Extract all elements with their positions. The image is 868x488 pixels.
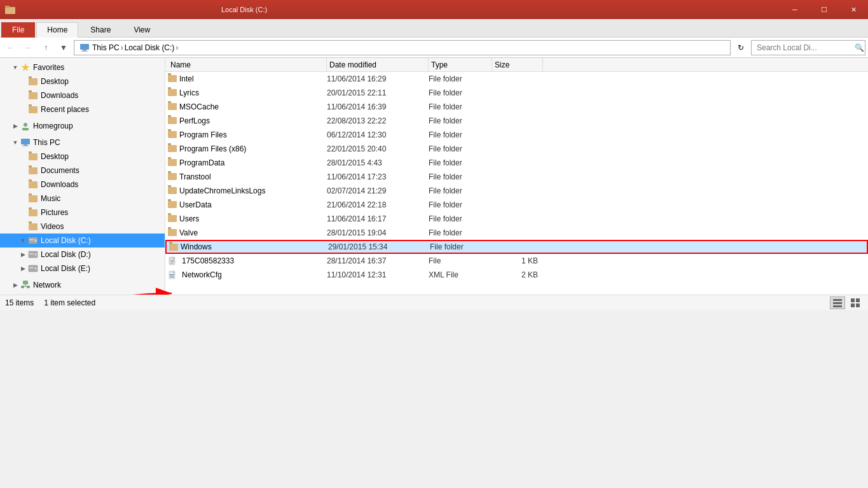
col-header-type[interactable]: Type — [429, 58, 492, 72]
sidebar-group-favorites[interactable]: ▼ Favorites — [0, 60, 165, 74]
table-row[interactable]: UpdateChromeLinksLogs 02/07/2014 21:29 F… — [165, 184, 868, 198]
pictures-pc-expand — [18, 207, 28, 218]
tab-file[interactable]: File — [1, 22, 35, 38]
sidebar-item-localdisk-c[interactable]: ▼ Local Disk (C:) — [0, 234, 165, 247]
back-button[interactable]: ← — [3, 40, 18, 55]
maximize-button[interactable]: ☐ — [809, 0, 839, 19]
path-arrow2: › — [176, 43, 178, 52]
svg-point-17 — [35, 268, 37, 270]
ribbon-tabs: File Home Share View — [0, 19, 868, 37]
sidebar-group-thispc[interactable]: ▼ This PC — [0, 136, 165, 150]
app-icon — [5, 4, 15, 15]
thispc-expand[interactable]: ▼ — [10, 137, 20, 148]
close-button[interactable]: ✕ — [839, 0, 868, 19]
table-row[interactable]: 175C08582333 28/11/2014 16:37 File 1 KB — [165, 254, 868, 268]
table-row[interactable]: Valve 28/01/2015 19:04 File folder — [165, 226, 868, 240]
tab-view[interactable]: View — [123, 22, 161, 38]
up-button[interactable]: ↑ — [38, 40, 53, 55]
svg-rect-4 — [81, 51, 88, 52]
forward-button[interactable]: → — [20, 40, 36, 55]
favorites-icon — [20, 62, 31, 73]
address-path[interactable]: This PC › Local Disk (C:) › — [74, 40, 731, 55]
sidebar-item-recentplaces-fav[interactable]: Recent places — [0, 102, 165, 116]
sidebar-item-documents-pc[interactable]: Documents — [0, 164, 165, 178]
sidebar-group-homegroup[interactable]: ▶ Homegroup — [0, 119, 165, 133]
recent-locations-button[interactable]: ▼ — [56, 40, 71, 55]
file-name-transtool: Transtool — [168, 172, 327, 181]
thispc-label: This PC — [33, 138, 60, 147]
sidebar-item-localdisk-e[interactable]: ▶ Local Disk (E:) — [0, 261, 165, 275]
sidebar-item-downloads-fav[interactable]: Downloads — [0, 88, 165, 102]
table-row[interactable]: UserData 21/06/2014 22:18 File folder — [165, 198, 868, 212]
file-name-175c: 175C08582333 — [168, 256, 327, 265]
search-box[interactable]: 🔍 — [751, 40, 865, 55]
localdisk-e-expand[interactable]: ▶ — [18, 263, 28, 274]
svg-rect-7 — [21, 139, 30, 144]
documents-pc-label: Documents — [41, 166, 79, 175]
sidebar-item-localdisk-d[interactable]: ▶ Local Disk (D:) — [0, 247, 165, 261]
table-row[interactable]: Users 11/06/2014 16:17 File folder — [165, 212, 868, 226]
large-icons-view-button[interactable] — [848, 296, 863, 309]
table-row[interactable]: PerfLogs 22/08/2013 22:22 File folder — [165, 114, 868, 128]
pictures-pc-icon — [28, 207, 38, 218]
col-header-date[interactable]: Date modified — [327, 58, 429, 72]
recentplaces-label: Recent places — [41, 105, 89, 114]
svg-rect-39 — [856, 303, 860, 307]
refresh-button[interactable]: ↻ — [733, 40, 748, 55]
table-row[interactable]: Program Files (x86) 22/01/2015 20:40 Fil… — [165, 142, 868, 156]
table-row-windows[interactable]: Windows 29/01/2015 15:34 File folder — [165, 240, 868, 254]
path-thispc[interactable]: This PC — [92, 43, 120, 52]
sidebar-item-music-pc[interactable]: Music — [0, 192, 165, 206]
svg-rect-34 — [833, 302, 842, 304]
col-header-name[interactable]: Name — [168, 58, 327, 72]
localdisk-d-icon — [28, 249, 38, 260]
svg-rect-38 — [851, 303, 855, 307]
svg-rect-30 — [170, 275, 174, 276]
path-arrow1: › — [121, 43, 123, 52]
file-name-users: Users — [168, 214, 327, 223]
network-label: Network — [33, 281, 61, 289]
favorites-expand[interactable]: ▼ — [10, 62, 20, 73]
titlebar-left: Local Disk (C:) — [5, 4, 64, 15]
localdisk-d-expand[interactable]: ▶ — [18, 249, 28, 260]
minimize-button[interactable]: ─ — [780, 0, 809, 19]
addressbar: ← → ↑ ▼ This PC › Local Disk (C:) › ↻ 🔍 — [0, 38, 868, 58]
localdisk-e-icon — [28, 263, 38, 274]
sidebar-item-desktop-fav[interactable]: Desktop — [0, 74, 165, 88]
videos-pc-label: Videos — [41, 222, 64, 231]
svg-rect-2 — [80, 44, 89, 50]
downloads-pc-label: Downloads — [41, 180, 78, 189]
localdisk-d-label: Local Disk (D:) — [41, 250, 91, 259]
table-row[interactable]: Lyrics 20/01/2015 22:11 File folder — [165, 86, 868, 100]
details-view-button[interactable] — [830, 296, 845, 309]
table-row[interactable]: Program Files 06/12/2014 12:30 File fold… — [165, 128, 868, 142]
sidebar-item-videos-pc[interactable]: Videos — [0, 220, 165, 234]
table-row[interactable]: ProgramData 28/01/2015 4:43 File folder — [165, 156, 868, 170]
documents-pc-icon — [28, 165, 38, 176]
tab-share[interactable]: Share — [79, 22, 121, 38]
tab-home[interactable]: Home — [36, 22, 78, 38]
large-icons-view-icon — [850, 298, 860, 308]
sidebar-item-pictures-pc[interactable]: Pictures — [0, 206, 165, 220]
table-row[interactable]: MSOCache 11/06/2014 16:39 File folder — [165, 100, 868, 114]
file-name-perflogs: PerfLogs — [168, 116, 327, 125]
svg-rect-9 — [22, 146, 29, 146]
selected-count: 1 item selected — [44, 298, 95, 307]
svg-rect-33 — [833, 299, 842, 301]
network-expand[interactable]: ▶ — [10, 280, 20, 290]
homegroup-expand[interactable]: ▶ — [10, 121, 20, 131]
search-input[interactable] — [757, 43, 852, 52]
table-row[interactable]: Intel 11/06/2014 16:29 File folder — [165, 72, 868, 86]
path-localdisk[interactable]: Local Disk (C:) — [125, 43, 175, 52]
sidebar-group-network[interactable]: ▶ Network — [0, 278, 165, 292]
file-name-intel: Intel — [168, 74, 327, 83]
sidebar-item-downloads-pc[interactable]: Downloads — [0, 178, 165, 192]
folder-icon — [169, 244, 178, 251]
sidebar-item-desktop-pc[interactable]: Desktop — [0, 150, 165, 164]
localdisk-c-expand[interactable]: ▼ — [18, 235, 28, 246]
table-row[interactable]: NetworkCfg 11/10/2014 12:31 XML File 2 K… — [165, 268, 868, 282]
col-header-size[interactable]: Size — [492, 58, 543, 72]
table-row[interactable]: Transtool 11/06/2014 17:23 File folder — [165, 170, 868, 184]
folder-icon — [168, 173, 177, 180]
pictures-pc-label: Pictures — [41, 208, 68, 217]
